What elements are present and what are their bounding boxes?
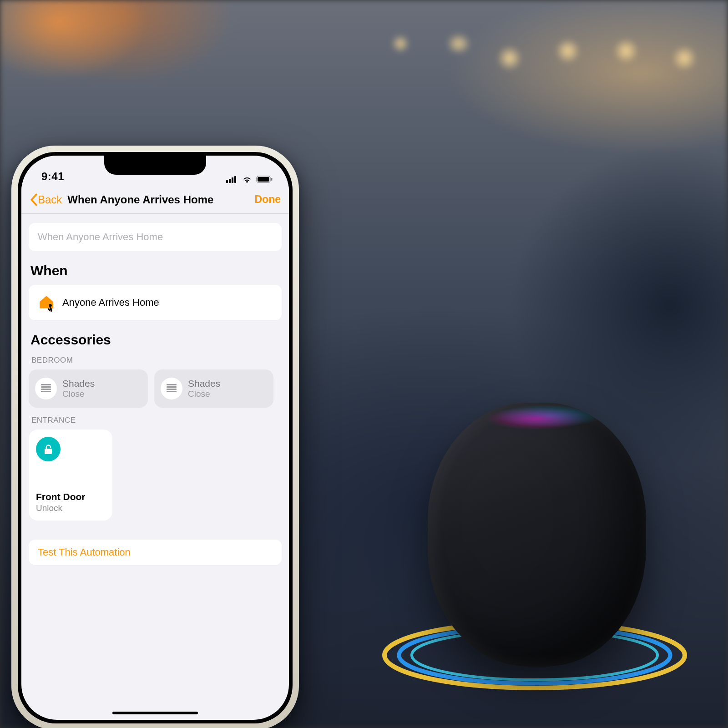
svg-rect-3: [226, 180, 228, 183]
when-trigger-row[interactable]: Anyone Arrives Home: [29, 285, 282, 320]
notch: [104, 156, 206, 175]
tile-name: Shades: [62, 378, 95, 389]
svg-rect-13: [41, 386, 51, 388]
svg-rect-15: [41, 391, 51, 392]
cellular-icon: [226, 176, 238, 183]
svg-rect-18: [167, 389, 177, 390]
shades-icon: [161, 378, 182, 399]
home-arrive-icon: [37, 293, 56, 312]
shades-icon: [35, 378, 57, 399]
svg-rect-14: [41, 389, 51, 390]
homepod-speaker: [428, 403, 646, 667]
status-time: 9:41: [41, 170, 64, 183]
home-indicator[interactable]: [112, 712, 198, 714]
accessory-tile-front-door[interactable]: Front Door Unlock: [29, 430, 112, 521]
back-label: Back: [38, 193, 62, 206]
svg-rect-5: [232, 177, 233, 183]
svg-rect-8: [258, 177, 269, 182]
battery-icon: [256, 176, 273, 183]
svg-rect-4: [229, 179, 231, 183]
group-bedroom-label: BEDROOM: [31, 356, 282, 365]
svg-rect-16: [167, 384, 177, 385]
tile-state: Unlock: [36, 503, 105, 513]
test-automation-button[interactable]: Test This Automation: [29, 540, 282, 565]
svg-rect-6: [234, 176, 236, 183]
test-automation-label: Test This Automation: [38, 546, 131, 558]
done-button[interactable]: Done: [255, 193, 281, 206]
unlock-icon: [36, 437, 61, 461]
iphone-device-frame: 9:41: [11, 146, 299, 728]
back-button[interactable]: Back: [30, 193, 62, 206]
svg-rect-17: [167, 386, 177, 388]
tile-state: Close: [188, 389, 220, 399]
automation-name-input[interactable]: [29, 223, 282, 251]
svg-rect-19: [167, 391, 177, 392]
svg-rect-12: [41, 384, 51, 385]
tile-state: Close: [62, 389, 95, 399]
section-when-title: When: [30, 263, 282, 278]
page-title: When Anyone Arrives Home: [62, 193, 254, 206]
wifi-icon: [242, 176, 253, 183]
tile-name: Shades: [188, 378, 220, 389]
navbar: Back When Anyone Arrives Home Done: [21, 186, 289, 214]
accessory-tile-shades-2[interactable]: Shades Close: [154, 369, 273, 408]
section-accessories-title: Accessories: [30, 332, 282, 348]
group-entrance-label: ENTRANCE: [31, 416, 282, 425]
when-trigger-label: Anyone Arrives Home: [62, 297, 159, 308]
chevron-left-icon: [30, 193, 38, 206]
accessory-tile-shades-1[interactable]: Shades Close: [29, 369, 148, 408]
svg-point-10: [49, 304, 52, 307]
svg-rect-9: [271, 178, 273, 181]
screen: 9:41: [21, 156, 289, 720]
tile-name: Front Door: [36, 491, 105, 502]
